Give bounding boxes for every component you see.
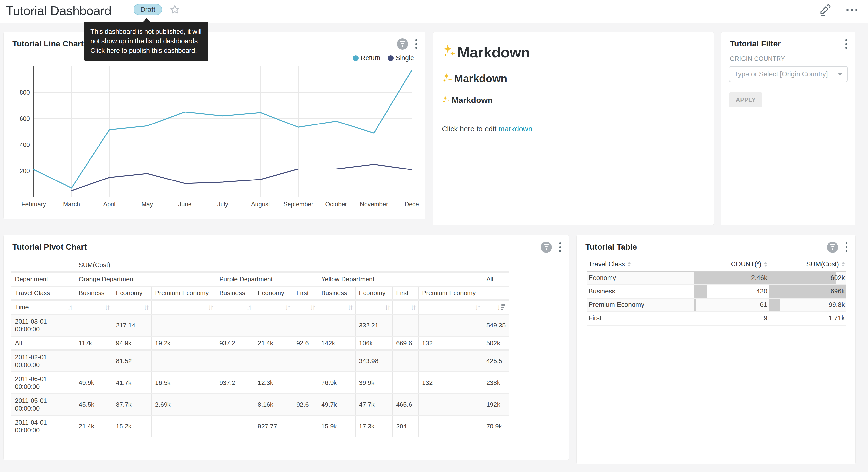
legend-item[interactable]: Single bbox=[388, 54, 414, 62]
filter-menu-icon[interactable] bbox=[844, 38, 848, 50]
pivot-value-cell bbox=[216, 415, 254, 437]
column-header-travel-class[interactable]: Travel Class bbox=[587, 258, 694, 271]
table-row: 2011-05-0100:00:0045.5k37.7k2.69k8.16k92… bbox=[11, 394, 509, 415]
travel-class-cell: Business bbox=[587, 285, 694, 298]
more-options-icon[interactable] bbox=[845, 3, 858, 16]
pivot-value-cell bbox=[393, 372, 418, 394]
markdown-heading-1: Markdown bbox=[442, 43, 705, 61]
top-bar: Tutorial Dashboard Draft bbox=[0, 0, 868, 24]
pivot-value-cell bbox=[254, 315, 293, 336]
pivot-row-dim-label: Department bbox=[11, 272, 75, 286]
data-table: Travel Class COUNT(*) SUM(Cost) Economy … bbox=[587, 258, 846, 325]
sort-icon[interactable]: ↓↑ bbox=[475, 303, 479, 311]
sort-icon[interactable]: ↓↑ bbox=[208, 303, 212, 311]
pivot-time-cell: 2011-04-0100:00:00 bbox=[11, 415, 75, 437]
sort-icon[interactable]: ↓↑ bbox=[310, 303, 314, 311]
pivot-value-cell: 425.5 bbox=[483, 350, 509, 372]
pivot-value-cell: 15.9k bbox=[318, 415, 355, 437]
pivot-value-cell: 49.9k bbox=[75, 372, 113, 394]
table-row: 2011-04-0100:00:0021.4k15.2k927.7715.9k1… bbox=[11, 415, 509, 437]
pivot-value-cell: 502k bbox=[483, 336, 509, 350]
markdown-edit-link[interactable]: markdown bbox=[499, 125, 532, 133]
column-header-sum-cost[interactable]: SUM(Cost) bbox=[769, 258, 846, 271]
pivot-value-cell: 19.2k bbox=[152, 336, 216, 350]
pivot-value-cell: 70.9k bbox=[483, 415, 509, 437]
pivot-sort-cell: ↓↑ bbox=[152, 300, 216, 315]
pivot-value-cell: 41.7k bbox=[113, 372, 152, 394]
pivot-value-cell bbox=[418, 394, 483, 415]
markdown-card[interactable]: Markdown Markdown Markdown Click here to… bbox=[433, 32, 714, 226]
pivot-sort-cell: ↓↑ bbox=[293, 300, 318, 315]
pivot-value-cell: 117k bbox=[75, 336, 113, 350]
sort-caret-icon bbox=[841, 262, 845, 267]
pivot-class-header: Business bbox=[75, 286, 113, 300]
pivot-class-header: Premium Economy bbox=[418, 286, 483, 300]
svg-text:September: September bbox=[283, 201, 313, 208]
pivot-value-cell bbox=[216, 350, 254, 372]
svg-text:April: April bbox=[103, 201, 115, 208]
pivot-dept-header: All bbox=[483, 272, 509, 286]
chart-menu-icon[interactable] bbox=[414, 38, 418, 50]
tooltip-line: This dashboard is not published, it will bbox=[90, 27, 202, 36]
origin-country-select[interactable]: Type or Select [Origin Country] bbox=[729, 66, 848, 82]
pivot-time-cell: 2011-03-0100:00:00 bbox=[11, 315, 75, 336]
sort-icon[interactable]: ↓↑ bbox=[144, 303, 148, 311]
sort-icon[interactable]: ↓↑ bbox=[67, 303, 72, 311]
pivot-class-header: First bbox=[293, 286, 318, 300]
applied-filters-icon[interactable] bbox=[397, 38, 408, 50]
pivot-value-cell: 132 bbox=[418, 372, 483, 394]
pivot-value-cell: 549.35 bbox=[483, 315, 509, 336]
markdown-body: Markdown Markdown Markdown Click here to… bbox=[442, 43, 705, 133]
svg-text:August: August bbox=[251, 201, 270, 208]
chart-menu-icon[interactable] bbox=[844, 241, 848, 253]
applied-filters-icon[interactable] bbox=[540, 242, 552, 253]
pivot-value-cell: 106k bbox=[355, 336, 393, 350]
apply-filter-button[interactable]: APPLY bbox=[729, 92, 763, 107]
table-row: 2011-06-0100:00:0049.9k41.7k16.5k937.212… bbox=[11, 372, 509, 394]
edit-dashboard-icon[interactable] bbox=[818, 3, 831, 16]
sum-cost-cell: 602k bbox=[769, 271, 846, 285]
sort-icon[interactable]: ↓↑ bbox=[384, 303, 389, 311]
pivot-class-header: Economy bbox=[254, 286, 293, 300]
legend-label: Single bbox=[396, 54, 414, 62]
sparkles-icon bbox=[442, 72, 453, 85]
draft-status-badge[interactable]: Draft bbox=[133, 4, 162, 15]
line-chart-card: Tutorial Line Chart Return Single 200400… bbox=[3, 32, 426, 219]
pivot-value-cell: 45.5k bbox=[75, 394, 113, 415]
travel-class-cell: Premium Economy bbox=[587, 298, 694, 312]
sort-icon[interactable]: ↓↑ bbox=[347, 303, 352, 311]
pivot-value-cell: 238k bbox=[483, 372, 509, 394]
pivot-sort-cell: ↓↑ bbox=[216, 300, 254, 315]
pivot-value-cell bbox=[418, 415, 483, 437]
table-row: Business 420 696k bbox=[587, 285, 846, 298]
pivot-value-cell: 81.52 bbox=[113, 350, 152, 372]
count-cell: 2.46k bbox=[694, 271, 769, 285]
pivot-chart-card: Tutorial Pivot Chart SUM(Cost)Department… bbox=[3, 235, 569, 460]
pivot-value-cell: 217.14 bbox=[113, 315, 152, 336]
svg-text:200: 200 bbox=[20, 168, 30, 174]
legend-item[interactable]: Return bbox=[353, 54, 380, 62]
sparkles-icon bbox=[442, 43, 456, 61]
markdown-heading-2: Markdown bbox=[442, 72, 705, 85]
filter-card: Tutorial Filter ORIGIN COUNTRY Type or S… bbox=[721, 32, 855, 226]
pivot-value-cell bbox=[318, 315, 355, 336]
sum-cost-cell: 696k bbox=[769, 285, 846, 298]
favorite-star-icon[interactable] bbox=[169, 4, 181, 15]
sort-caret-icon bbox=[764, 262, 767, 267]
svg-text:600: 600 bbox=[20, 115, 30, 122]
sort-icon[interactable]: ↓↑ bbox=[410, 303, 415, 311]
table-row: 2011-03-0100:00:00217.14332.21549.35 bbox=[11, 315, 509, 336]
pivot-class-header: Economy bbox=[355, 286, 393, 300]
column-header-count[interactable]: COUNT(*) bbox=[694, 258, 769, 271]
sort-icon[interactable]: ↓↑ bbox=[285, 303, 289, 311]
sort-descending-icon[interactable]: ↓ bbox=[497, 303, 505, 311]
pivot-value-cell bbox=[216, 394, 254, 415]
svg-text:July: July bbox=[217, 201, 228, 208]
pivot-value-cell: 92.6 bbox=[293, 394, 318, 415]
sort-icon[interactable]: ↓↑ bbox=[104, 303, 109, 311]
svg-text:May: May bbox=[141, 201, 153, 208]
applied-filters-icon[interactable] bbox=[827, 242, 838, 253]
chart-menu-icon[interactable] bbox=[558, 241, 562, 253]
pivot-table: SUM(Cost)DepartmentOrange DepartmentPurp… bbox=[11, 258, 509, 437]
sort-icon[interactable]: ↓↑ bbox=[246, 303, 251, 311]
